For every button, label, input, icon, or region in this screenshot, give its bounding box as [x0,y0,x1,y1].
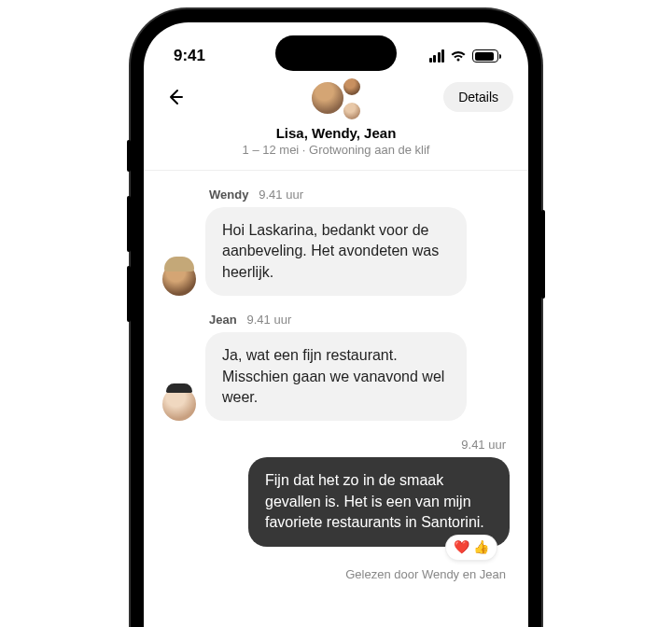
message-bubble[interactable]: Hoi Laskarina, bedankt voor de aanbeveli… [205,207,467,296]
chat-subtitle: 1 – 12 mei · Grotwoning aan de klif [159,143,513,157]
dynamic-island [275,35,397,71]
messages-list[interactable]: Wendy 9.41 uur Hoi Laskarina, bedankt vo… [144,171,528,598]
sender-name: Jean [209,313,237,327]
screen: 9:41 [144,22,528,627]
message-time: 9.41 uur [247,313,292,327]
cellular-signal-icon [429,49,445,63]
back-arrow-icon [166,88,185,106]
read-receipt: Gelezen door Wendy en Jean [345,567,506,581]
avatar[interactable] [162,262,196,296]
sender-name: Wendy [209,188,248,202]
avatar [342,101,362,121]
message-incoming: Jean 9.41 uur Ja, wat een fijn restauran… [162,313,510,421]
details-button[interactable]: Details [443,82,513,112]
status-indicators [429,49,499,63]
avatar[interactable] [162,387,196,421]
message-meta: Wendy 9.41 uur [209,188,510,202]
message-time: 9.41 uur [259,188,303,202]
chat-header: Details Lisa, Wendy, Jean 1 – 12 mei · G… [144,73,528,171]
message-bubble[interactable]: Fijn dat het zo in de smaak gevallen is.… [248,457,510,546]
message-meta: Jean 9.41 uur [209,313,510,327]
message-text: Fijn dat het zo in de smaak gevallen is.… [265,472,484,530]
message-time: 9.41 uur [461,438,506,452]
message-bubble[interactable]: Ja, wat een fijn restaurant. Misschien g… [205,332,467,421]
volume-down [127,266,131,322]
phone-frame: 9:41 [131,9,541,627]
mute-switch [127,140,131,172]
battery-icon [472,49,498,63]
message-reactions[interactable]: ❤️ 👍 [446,536,497,560]
power-button [541,210,545,299]
back-button[interactable] [159,80,192,114]
wifi-icon [450,49,467,63]
volume-up [127,196,131,252]
status-time: 9:41 [174,47,205,65]
message-outgoing: 9.41 uur Fijn dat het zo in de smaak gev… [162,438,510,580]
chat-title: Lisa, Wendy, Jean [159,125,513,141]
message-incoming: Wendy 9.41 uur Hoi Laskarina, bedankt vo… [162,188,510,296]
group-avatar[interactable] [310,77,362,121]
avatar [310,80,345,116]
